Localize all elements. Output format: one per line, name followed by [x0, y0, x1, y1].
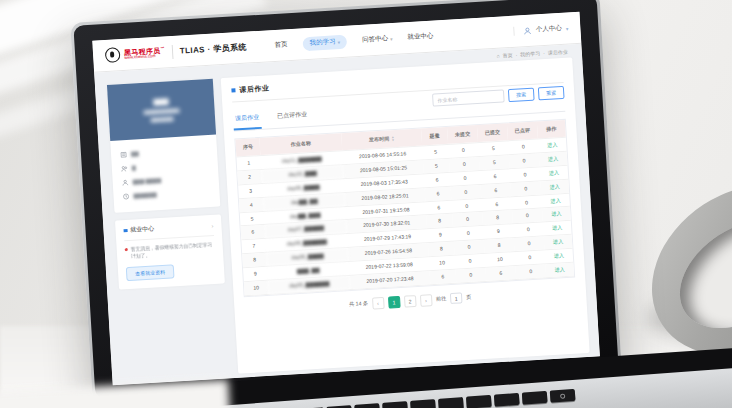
pagination-next-button[interactable]: ›: [420, 294, 433, 307]
enter-link[interactable]: 进入: [547, 141, 558, 148]
breadcrumb-home[interactable]: 首页: [502, 52, 512, 59]
blue-square-bullet: [124, 229, 128, 233]
chevron-right-icon[interactable]: ›: [211, 222, 213, 228]
employment-title: 就业中心: [130, 224, 154, 234]
enter-link[interactable]: 进入: [552, 224, 563, 231]
col-header-submitted: 已提交: [477, 123, 508, 142]
cell-action: 进入: [541, 193, 570, 208]
enter-link[interactable]: 进入: [548, 155, 559, 162]
homework-table: 序号 作业名称 发布时间 ▲▼ 题量 未提交 已提交 已点评: [234, 119, 575, 297]
employment-header[interactable]: 就业中心 ›: [123, 221, 213, 235]
col-header-not-submitted: 未提交: [447, 125, 478, 144]
group-icon: [121, 164, 128, 171]
cell-no: 4: [239, 198, 264, 212]
nav-item-my-learning[interactable]: 我的学习▾: [302, 34, 347, 51]
col-header-no: 序号: [235, 138, 260, 156]
cell-questions: 9: [427, 228, 454, 242]
cell-questions: 6: [425, 186, 452, 200]
keyboard-key[interactable]: [466, 395, 492, 408]
chevron-down-icon: ▾: [337, 39, 340, 45]
tab-reviewed-homework[interactable]: 已点评作业: [274, 103, 309, 128]
pagination-page-2[interactable]: 2: [404, 295, 417, 308]
homework-name-search-input[interactable]: [432, 89, 505, 106]
enter-link[interactable]: 进入: [554, 266, 565, 273]
cell-reviewed: 0: [512, 209, 543, 224]
cell-submitted: 5: [478, 141, 509, 156]
user-menu[interactable]: 个人中心 ▾: [514, 24, 569, 36]
laptop-bezel: 黑马程序员™ www.itheima.com TLIAS · 学员系统 首页 我…: [73, 0, 618, 399]
brand-text: 黑马程序员™ www.itheima.com: [124, 46, 165, 60]
cell-submitted: 9: [483, 224, 514, 239]
clock-icon: [122, 192, 129, 199]
breadcrumb-my-learning[interactable]: 我的学习: [520, 50, 540, 57]
enter-link[interactable]: 进入: [554, 252, 565, 259]
cell-action: 进入: [543, 221, 572, 236]
enter-link[interactable]: 进入: [550, 197, 561, 204]
cell-action: 进入: [539, 152, 568, 167]
enter-link[interactable]: 进入: [553, 238, 564, 245]
search-button[interactable]: 搜索: [508, 88, 535, 103]
tab-homework[interactable]: 课后作业: [232, 106, 261, 131]
keyboard-key[interactable]: [438, 397, 464, 408]
col-header-questions: 题量: [421, 127, 448, 146]
cell-not_submitted: 0: [448, 143, 479, 158]
homework-panel: 课后作业 课后作业 已点评作业 搜索 重置: [221, 57, 590, 373]
sort-icon[interactable]: ▲▼: [391, 136, 394, 141]
photo-scene: 黑马程序员™ www.itheima.com TLIAS · 学员系统 首页 我…: [0, 0, 732, 408]
cell-reviewed: 0: [509, 153, 540, 168]
cell-submitted: 6: [480, 169, 511, 184]
cell-not_submitted: 0: [449, 157, 480, 172]
pagination-prev-button[interactable]: ‹: [372, 297, 385, 310]
cell-action: 进入: [538, 138, 567, 153]
cell-reviewed: 0: [510, 167, 541, 182]
keyboard-key[interactable]: [410, 399, 436, 408]
profile-header: ▇▇▇ ▇▇▇▇▇▇▇▇▇▇▇ ▇▇▇▇▇▇▇: [107, 79, 216, 141]
class-info-blurred: ▇▇▇▇▇▇▇▇▇▇▇: [144, 108, 180, 115]
enter-link[interactable]: 进入: [549, 183, 560, 190]
main-nav: 首页 我的学习▾ 问答中心▾ 就业中心: [274, 29, 434, 52]
brand-logo[interactable]: 黑马程序员™ www.itheima.com: [105, 44, 166, 63]
cell-not_submitted: 0: [451, 185, 482, 200]
app-title: TLIAS · 学员系统: [180, 42, 248, 57]
brand-site: www.itheima.com: [124, 54, 165, 61]
employment-card: 就业中心 › 暂无消息，暑假继续努力自己制定学习计划了。 查看就业资料: [115, 214, 225, 289]
cell-no: 3: [238, 184, 263, 198]
divider: [124, 235, 214, 241]
enter-link[interactable]: 进入: [549, 169, 560, 176]
cell-questions: 5: [423, 159, 450, 173]
col-header-action: 操作: [537, 120, 566, 139]
brand-divider: [171, 45, 173, 59]
enter-link[interactable]: 进入: [551, 211, 562, 218]
keyboard-key[interactable]: [382, 401, 408, 408]
keyboard-key[interactable]: [494, 393, 520, 407]
power-key[interactable]: [550, 389, 576, 403]
reset-button[interactable]: 重置: [538, 86, 565, 101]
home-icon: ⌂: [496, 53, 499, 59]
cell-reviewed: 0: [514, 236, 545, 251]
cell-submitted: 6: [485, 266, 516, 281]
view-employment-info-button[interactable]: 查看就业资料: [126, 264, 175, 281]
keyboard-key[interactable]: [354, 403, 380, 408]
pagination-goto-input[interactable]: [450, 293, 463, 305]
cell-questions: 6: [424, 173, 451, 187]
cell-no: 9: [243, 267, 268, 281]
cell-no: 8: [242, 253, 267, 267]
nav-item-home[interactable]: 首页: [274, 40, 288, 50]
pagination-page-1[interactable]: 1: [388, 296, 401, 309]
trademark-symbol: ™: [160, 45, 165, 50]
laptop-screen: 黑马程序员™ www.itheima.com TLIAS · 学员系统 首页 我…: [92, 12, 600, 385]
cell-action: 进入: [545, 263, 574, 278]
cell-questions: 10: [429, 256, 456, 270]
cell-questions: 8: [428, 242, 455, 256]
cell-reviewed: 0: [511, 195, 542, 210]
cell-not_submitted: 0: [453, 226, 484, 241]
nav-item-qa-center[interactable]: 问答中心▾: [362, 34, 393, 45]
laptop: 黑马程序员™ www.itheima.com TLIAS · 学员系统 首页 我…: [73, 0, 618, 399]
cell-reviewed: 0: [515, 264, 546, 279]
cell-reviewed: 0: [510, 181, 541, 196]
cell-not_submitted: 0: [455, 268, 486, 283]
class-info-blurred: ▇▇▇▇▇▇▇: [151, 116, 174, 122]
keyboard-key[interactable]: [522, 391, 548, 405]
nav-item-job-center[interactable]: 就业中心: [407, 32, 433, 43]
profile-item-text-blurred: ▇▇: [131, 150, 139, 156]
